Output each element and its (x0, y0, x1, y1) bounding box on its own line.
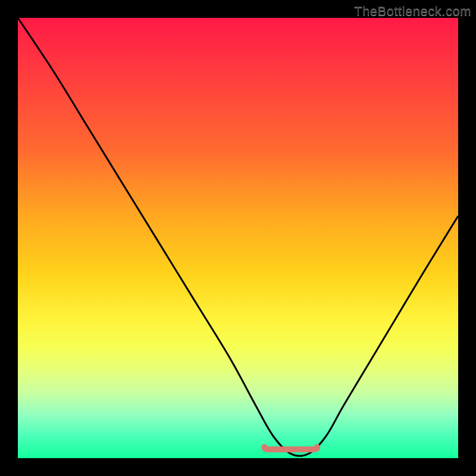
curve-svg (18, 18, 458, 458)
plot-area (18, 18, 458, 458)
watermark-text: TheBottleneck.com (354, 4, 471, 19)
flat-bottom-marker (264, 447, 317, 449)
chart-frame: TheBottleneck.com (0, 0, 476, 476)
bottleneck-curve (18, 18, 458, 456)
